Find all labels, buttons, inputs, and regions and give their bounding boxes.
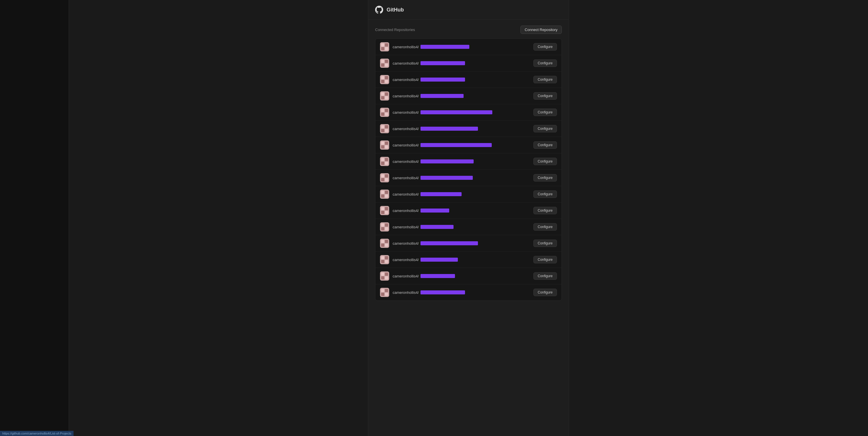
repo-name: cameronhollis4/ bbox=[393, 241, 530, 246]
connect-repository-button[interactable]: Connect Repository bbox=[521, 26, 562, 34]
repo-avatar bbox=[380, 59, 389, 68]
repo-name: cameronhollis4/ bbox=[393, 143, 530, 147]
avatar-cell bbox=[385, 194, 388, 197]
avatar-cell bbox=[385, 80, 388, 83]
configure-button[interactable]: Configure bbox=[533, 223, 557, 231]
avatar-cell bbox=[381, 96, 384, 99]
repo-name-redacted bbox=[421, 61, 465, 65]
configure-button[interactable]: Configure bbox=[533, 240, 557, 247]
avatar-cell bbox=[385, 227, 388, 230]
avatar-cell bbox=[385, 96, 388, 99]
avatar-cell bbox=[385, 244, 388, 247]
repo-name-redacted bbox=[421, 110, 492, 114]
avatar-cell bbox=[385, 178, 388, 181]
repo-item: cameronhollis4/Configure bbox=[375, 219, 561, 235]
repo-item: cameronhollis4/Configure bbox=[375, 235, 561, 252]
repo-name: cameronhollis4/ bbox=[393, 94, 530, 98]
avatar-cell bbox=[385, 125, 388, 128]
repo-name: cameronhollis4/ bbox=[393, 77, 530, 82]
configure-button[interactable]: Configure bbox=[533, 92, 557, 100]
repo-avatar bbox=[380, 157, 389, 166]
avatar-cell bbox=[385, 43, 388, 46]
repo-avatar bbox=[380, 173, 389, 182]
avatar-cell bbox=[385, 276, 388, 279]
repo-name-prefix: cameronhollis4/ bbox=[393, 209, 419, 213]
repo-name-prefix: cameronhollis4/ bbox=[393, 143, 419, 147]
configure-button[interactable]: Configure bbox=[533, 158, 557, 165]
avatar-cell bbox=[381, 256, 384, 259]
repo-name-prefix: cameronhollis4/ bbox=[393, 77, 419, 82]
repo-avatar bbox=[380, 222, 389, 231]
repo-item: cameronhollis4/Configure bbox=[375, 153, 561, 170]
repo-name: cameronhollis4/ bbox=[393, 290, 530, 295]
repo-name: cameronhollis4/ bbox=[393, 176, 530, 180]
avatar-cell bbox=[381, 129, 384, 132]
configure-button[interactable]: Configure bbox=[533, 125, 557, 132]
repo-name-prefix: cameronhollis4/ bbox=[393, 241, 419, 246]
avatar-cell bbox=[381, 240, 384, 243]
repo-item: cameronhollis4/Configure bbox=[375, 137, 561, 153]
repo-name-prefix: cameronhollis4/ bbox=[393, 61, 419, 65]
configure-button[interactable]: Configure bbox=[533, 76, 557, 83]
repo-name: cameronhollis4/ bbox=[393, 61, 530, 65]
avatar-cell bbox=[385, 63, 388, 67]
avatar-cell bbox=[385, 256, 388, 259]
avatar-cell bbox=[385, 289, 388, 292]
avatar-cell bbox=[381, 47, 384, 50]
repo-item: cameronhollis4/Configure bbox=[375, 268, 561, 284]
repo-name-redacted bbox=[421, 225, 454, 229]
avatar-cell bbox=[381, 289, 384, 292]
repo-name: cameronhollis4/ bbox=[393, 127, 530, 131]
avatar-cell bbox=[381, 260, 384, 263]
avatar-cell bbox=[381, 227, 384, 230]
repo-item: cameronhollis4/Configure bbox=[375, 104, 561, 121]
configure-button[interactable]: Configure bbox=[533, 141, 557, 149]
avatar-cell bbox=[381, 76, 384, 79]
repo-name-redacted bbox=[421, 159, 474, 163]
avatar-cell bbox=[381, 60, 384, 63]
repo-name: cameronhollis4/ bbox=[393, 45, 530, 49]
repo-name-redacted bbox=[421, 77, 465, 82]
avatar-cell bbox=[381, 211, 384, 214]
main-content: GitHub Connected Repositories Connect Re… bbox=[69, 0, 868, 436]
repo-item: cameronhollis4/Configure bbox=[375, 55, 561, 71]
avatar-cell bbox=[385, 211, 388, 214]
connected-repos-label: Connected Repositories bbox=[375, 28, 415, 32]
status-url: https://github.com/cameronhollis4/List-o… bbox=[2, 432, 71, 435]
configure-button[interactable]: Configure bbox=[533, 174, 557, 182]
avatar-cell bbox=[381, 174, 384, 178]
repo-name-prefix: cameronhollis4/ bbox=[393, 258, 419, 262]
repo-name-prefix: cameronhollis4/ bbox=[393, 176, 419, 180]
repo-name-redacted bbox=[421, 209, 449, 213]
repo-name-redacted bbox=[421, 143, 492, 147]
configure-button[interactable]: Configure bbox=[533, 289, 557, 296]
avatar-cell bbox=[385, 293, 388, 296]
repo-item: cameronhollis4/Configure bbox=[375, 71, 561, 88]
avatar-cell bbox=[381, 113, 384, 116]
configure-button[interactable]: Configure bbox=[533, 207, 557, 214]
configure-button[interactable]: Configure bbox=[533, 190, 557, 198]
repo-name: cameronhollis4/ bbox=[393, 274, 530, 278]
avatar-cell bbox=[385, 60, 388, 63]
repo-name-redacted bbox=[421, 192, 462, 196]
repo-item: cameronhollis4/Configure bbox=[375, 121, 561, 137]
avatar-cell bbox=[385, 223, 388, 227]
avatar-cell bbox=[381, 194, 384, 197]
repositories-section: Connected Repositories Connect Repositor… bbox=[368, 20, 569, 307]
configure-button[interactable]: Configure bbox=[533, 59, 557, 67]
repo-name: cameronhollis4/ bbox=[393, 192, 530, 196]
repo-avatar bbox=[380, 42, 389, 52]
avatar-cell bbox=[385, 158, 388, 161]
repo-name-prefix: cameronhollis4/ bbox=[393, 110, 419, 115]
configure-button[interactable]: Configure bbox=[533, 108, 557, 116]
repo-name-prefix: cameronhollis4/ bbox=[393, 274, 419, 278]
avatar-cell bbox=[381, 145, 384, 149]
repositories-header: Connected Repositories Connect Repositor… bbox=[375, 26, 562, 34]
configure-button[interactable]: Configure bbox=[533, 256, 557, 263]
configure-button[interactable]: Configure bbox=[533, 43, 557, 51]
configure-button[interactable]: Configure bbox=[533, 272, 557, 280]
avatar-cell bbox=[385, 174, 388, 178]
repo-name-redacted bbox=[421, 176, 473, 180]
repo-item: cameronhollis4/Configure bbox=[375, 88, 561, 104]
repo-name: cameronhollis4/ bbox=[393, 258, 530, 262]
